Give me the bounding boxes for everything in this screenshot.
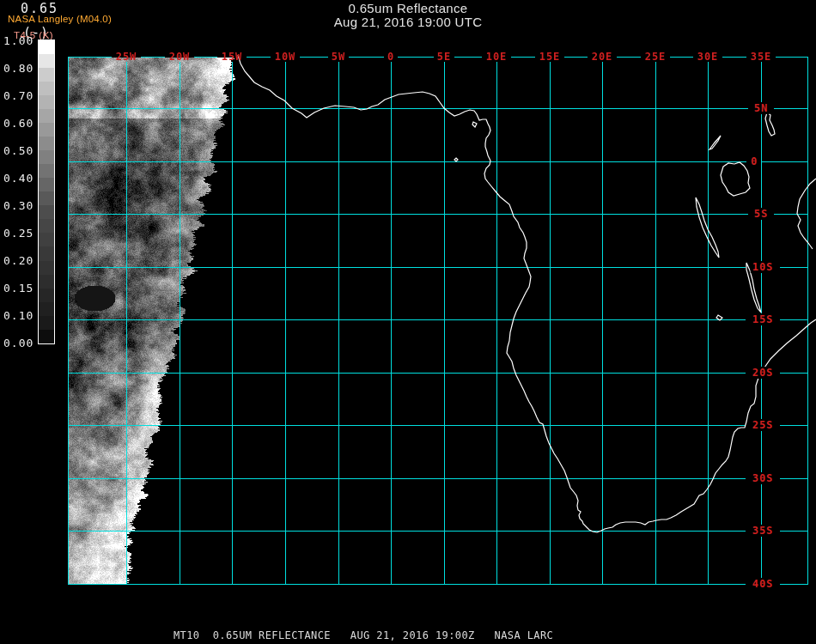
lon-label: 25E xyxy=(645,51,667,63)
lat-label: 35S xyxy=(751,525,776,537)
colorbar-tick: 0.30 xyxy=(3,199,38,212)
colorbar-step xyxy=(39,150,54,164)
colorbar-step xyxy=(39,68,54,82)
lon-label: 20E xyxy=(592,51,613,63)
coastline-group xyxy=(238,55,816,532)
colorbar-tick: 1.00 xyxy=(3,34,38,47)
colorbar-tick: 0.10 xyxy=(3,309,38,322)
satellite-product-view: 25W20W15W10W5W05E10E15E20E25E30E35E5N05S… xyxy=(0,0,816,644)
lon-label: 15E xyxy=(539,51,561,63)
colorbar-step xyxy=(39,109,54,123)
colorbar-step xyxy=(39,316,54,330)
island-sao-tome xyxy=(454,158,458,161)
colorbar-step xyxy=(39,233,54,246)
colorbar-tick: 0.20 xyxy=(3,254,38,267)
colorbar-step xyxy=(39,330,54,343)
colorbar-step xyxy=(39,191,54,205)
lon-label: 0 xyxy=(387,51,394,63)
colorbar-step xyxy=(39,275,54,289)
lon-label: 5E xyxy=(437,51,451,63)
coastline-africa-main xyxy=(238,55,816,532)
lon-label: 30E xyxy=(697,51,719,63)
colorbar-tick: 0.60 xyxy=(3,117,38,130)
colorbar-tick: 0.25 xyxy=(3,227,38,240)
lat-label: 0 xyxy=(749,155,759,167)
colorbar-step xyxy=(39,178,54,191)
lat-label: 15S xyxy=(751,313,776,325)
lon-label: 10W xyxy=(275,51,296,63)
colorbar-step xyxy=(39,246,54,260)
colorbar-step xyxy=(39,302,54,316)
reflectance-colorbar xyxy=(38,39,55,344)
title-line1: 0.65um Reflectance xyxy=(0,2,816,15)
colorbar-tick: 0.70 xyxy=(3,89,38,102)
lon-label: 5W xyxy=(332,51,345,63)
colorbar-tick: 0.80 xyxy=(3,62,38,75)
page-title: 0.65um Reflectance Aug 21, 2016 19:00 UT… xyxy=(0,2,816,29)
colorbar-step xyxy=(39,95,54,109)
colorbar-tick: 0.00 xyxy=(3,337,38,349)
lon-label: 20W xyxy=(169,51,191,63)
colorbar-tick: 0.50 xyxy=(3,144,38,157)
lake-turkana xyxy=(765,112,775,136)
lat-label: 5N xyxy=(752,102,770,114)
colorbar-step xyxy=(39,164,54,178)
lake-victoria xyxy=(721,162,750,196)
footer-caption: MT10 0.65UM REFLECTANCE AUG 21, 2016 19:… xyxy=(174,629,553,641)
title-line2: Aug 21, 2016 19:00 UTC xyxy=(0,15,816,29)
lon-label: 25W xyxy=(116,51,137,63)
lat-label: 5S xyxy=(752,208,770,220)
colorbar-step xyxy=(39,54,54,68)
colorbar-step xyxy=(39,205,54,219)
lat-label: 20S xyxy=(751,367,776,379)
lake-albert xyxy=(709,136,721,149)
colorbar-step xyxy=(39,82,54,95)
colorbar-tick: 0.40 xyxy=(3,172,38,185)
lon-label: 10E xyxy=(486,51,508,63)
lake-tanganyika xyxy=(696,197,719,258)
colorbar-step xyxy=(39,289,54,302)
colorbar-step xyxy=(39,261,54,275)
latlon-grid-and-coastline xyxy=(0,0,816,644)
latlon-grid-lines xyxy=(68,57,808,585)
lon-label: 15W xyxy=(222,51,243,63)
colorbar-step xyxy=(39,137,54,150)
lat-label: 10S xyxy=(751,261,776,273)
lat-label: 30S xyxy=(751,472,776,484)
colorbar-step xyxy=(39,219,54,233)
colorbar-step xyxy=(39,40,54,54)
island-bioko xyxy=(472,122,477,127)
lat-label: 40S xyxy=(751,578,776,590)
lon-label: 35E xyxy=(751,51,772,63)
lat-label: 25S xyxy=(751,419,776,431)
colorbar-step xyxy=(39,123,54,137)
colorbar-tick: 0.15 xyxy=(3,282,38,295)
